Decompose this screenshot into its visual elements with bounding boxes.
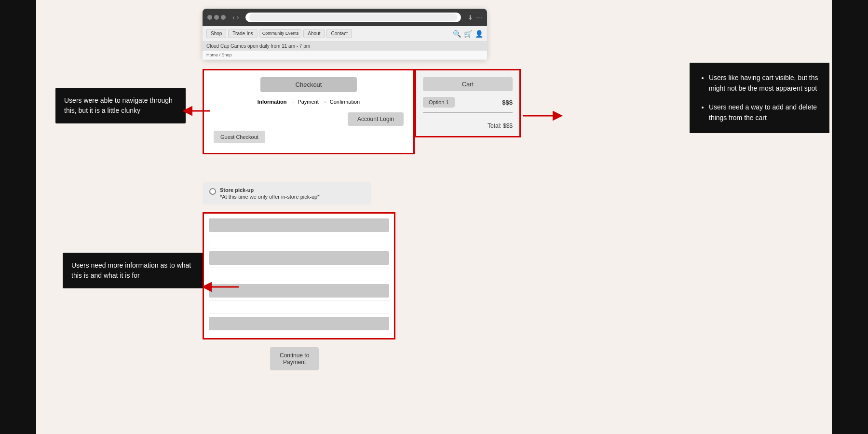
cart-divider <box>423 112 513 113</box>
pickup-note: *At this time we only offer in-store pic… <box>220 194 319 200</box>
form-row-5[interactable] <box>209 284 389 298</box>
checkout-steps: Information → Payment → Confirmation <box>214 99 404 105</box>
form-section <box>203 212 395 339</box>
annotation-right-item-2: Users need a way to add and delete thing… <box>709 102 819 123</box>
cart-icon[interactable]: 🛒 <box>464 30 472 38</box>
breadcrumb: Home / Shop <box>203 51 487 60</box>
nav-back-icon[interactable]: ‹ <box>232 14 235 21</box>
nav-about[interactable]: About <box>303 29 325 38</box>
form-row-2[interactable] <box>209 235 389 248</box>
dot-green <box>221 15 226 20</box>
cart-item: Option 1 $$$ <box>423 97 513 108</box>
guest-checkout-button[interactable]: Guest Checkout <box>214 131 265 143</box>
cart-total: Total: $$$ <box>423 122 513 129</box>
search-icon[interactable]: 🔍 <box>453 30 461 38</box>
browser-titlebar: ‹ › ⬇ ⋯ <box>203 9 487 26</box>
left-panel <box>0 0 36 434</box>
form-row-6[interactable] <box>209 300 389 314</box>
banner-text: Cloud Cap Games open daily from 11 am - … <box>206 43 310 49</box>
menu-icon: ⋯ <box>476 14 482 21</box>
annotation-left-bottom: Users need more information as to what t… <box>63 253 207 288</box>
cart-section: Cart Option 1 $$$ Total: $$$ <box>415 69 521 137</box>
nav-forward-icon[interactable]: › <box>237 14 239 21</box>
nav-shop[interactable]: Shop <box>206 29 226 38</box>
nav-contact[interactable]: Contact <box>326 29 352 38</box>
browser-dots <box>207 15 226 20</box>
browser-search-bar[interactable] <box>245 13 461 22</box>
pickup-title: Store pick-up <box>220 187 319 193</box>
url-bar[interactable] <box>249 14 457 21</box>
right-panel <box>832 0 868 434</box>
account-icon[interactable]: 👤 <box>475 30 483 38</box>
continue-line2: Payment <box>283 359 306 366</box>
checkout-section: Checkout Information → Payment → Confirm… <box>203 69 415 154</box>
browser-window: ‹ › ⬇ ⋯ Shop Trade-Ins Community Events … <box>203 9 487 60</box>
browser-right-icons: ⬇ ⋯ <box>468 14 482 21</box>
annotation-right-item-1: Users like having cart visible, but ths … <box>709 72 819 94</box>
arrow-cart <box>521 104 564 128</box>
browser-nav[interactable]: ‹ › <box>232 14 239 21</box>
annotation-right-list: Users like having cart visible, but ths … <box>700 72 819 123</box>
form-row-1[interactable] <box>209 218 389 232</box>
form-row-4[interactable] <box>209 268 389 281</box>
continue-payment-button[interactable]: Continue to Payment <box>270 347 319 370</box>
breadcrumb-text: Home / Shop <box>206 53 232 57</box>
nav-trade-ins[interactable]: Trade-Ins <box>228 29 257 38</box>
pickup-section: Store pick-up *At this time we only offe… <box>203 182 371 204</box>
form-row-3[interactable] <box>209 251 389 265</box>
nav-icons: 🔍 🛒 👤 <box>453 30 483 38</box>
step-confirmation: Confirmation <box>330 99 360 105</box>
annotation-left-top: Users were able to navigate through this… <box>55 88 186 123</box>
cart-item-price: $$$ <box>502 99 513 106</box>
dot-yellow <box>214 15 219 20</box>
continue-line1: Continue to <box>280 352 309 359</box>
annotation-left-top-text: Users were able to navigate through this… <box>64 96 173 114</box>
website-nav: Shop Trade-Ins Community Events About Co… <box>203 26 487 41</box>
nav-community-events[interactable]: Community Events <box>259 29 302 38</box>
dot-red <box>207 15 212 20</box>
annotation-right: Users like having cart visible, but ths … <box>690 63 829 133</box>
step-information: Information <box>258 99 287 105</box>
cart-title-button[interactable]: Cart <box>423 77 513 91</box>
pickup-radio[interactable] <box>209 188 216 195</box>
account-login-button[interactable]: Account Login <box>348 112 404 126</box>
download-icon: ⬇ <box>468 14 473 21</box>
form-row-7[interactable] <box>209 317 389 330</box>
pickup-text: Store pick-up *At this time we only offe… <box>220 187 319 200</box>
annotation-left-bottom-text: Users need more information as to what t… <box>71 261 191 279</box>
arrow-2: → <box>322 99 327 105</box>
website-banner: Cloud Cap Games open daily from 11 am - … <box>203 41 487 51</box>
step-payment: Payment <box>298 99 318 105</box>
cart-option-button[interactable]: Option 1 <box>423 97 455 108</box>
arrow-1: → <box>289 99 295 105</box>
checkout-button[interactable]: Checkout <box>260 77 357 92</box>
